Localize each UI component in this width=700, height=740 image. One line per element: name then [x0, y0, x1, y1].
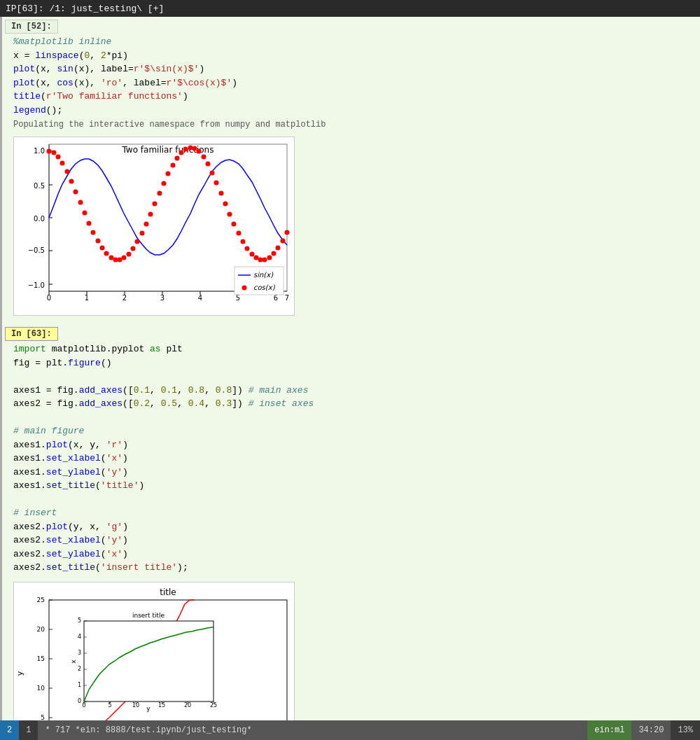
svg-point-66	[206, 162, 211, 167]
svg-point-49	[131, 246, 136, 251]
svg-text:sin(x): sin(x)	[253, 271, 274, 279]
status-label-6: 13%	[678, 725, 693, 735]
svg-point-35	[69, 179, 74, 184]
svg-point-77	[254, 256, 259, 260]
cell-code-52[interactable]: %matplotlib inline x = linspace(0, 2*pi)…	[2, 34, 700, 118]
svg-text:4: 4	[78, 634, 81, 640]
svg-point-30	[47, 149, 52, 154]
svg-point-46	[118, 258, 122, 263]
svg-point-76	[250, 252, 255, 257]
svg-text:3: 3	[78, 650, 81, 656]
svg-point-52	[144, 222, 149, 227]
svg-point-43	[104, 251, 109, 256]
svg-point-88	[242, 286, 247, 291]
svg-text:−0.5: −0.5	[28, 246, 45, 254]
svg-point-70	[223, 202, 228, 207]
svg-point-36	[74, 190, 78, 195]
svg-point-44	[109, 256, 114, 260]
svg-point-73	[237, 231, 241, 236]
plot2-svg: title y x 0 5 10 15 20 25	[14, 582, 294, 721]
svg-point-65	[202, 155, 206, 160]
status-label-1: 2	[7, 725, 12, 735]
plot2-main-title: title	[160, 587, 176, 597]
status-segment-2[interactable]: 1	[19, 720, 38, 740]
svg-point-63	[192, 146, 197, 151]
status-segment-6: 13%	[671, 720, 700, 740]
status-label-5: 34:20	[638, 725, 664, 735]
status-segment-4: ein:ml	[587, 720, 631, 740]
svg-text:25: 25	[37, 596, 45, 603]
svg-point-31	[52, 151, 57, 155]
svg-rect-116	[84, 621, 214, 701]
svg-point-82	[276, 246, 281, 251]
title-text: IP[63]: /1: just_testing\ [+]	[6, 4, 164, 14]
svg-point-53	[148, 212, 153, 217]
svg-point-50	[135, 239, 140, 244]
svg-point-47	[122, 256, 127, 260]
svg-point-61	[183, 147, 188, 152]
svg-text:0.5: 0.5	[34, 182, 45, 190]
plot1-container: Two familiar functions 1.0 0.5 0.0 −0.5 …	[13, 137, 295, 316]
svg-point-37	[78, 200, 83, 205]
svg-point-55	[158, 191, 162, 196]
svg-point-74	[241, 239, 246, 244]
svg-text:−1.0: −1.0	[28, 281, 45, 289]
cell-prompt-63[interactable]: In [63]:	[5, 327, 58, 341]
svg-text:0: 0	[78, 698, 81, 704]
svg-text:20: 20	[37, 626, 46, 633]
svg-point-45	[113, 258, 118, 263]
svg-point-75	[245, 246, 250, 251]
svg-point-51	[140, 231, 145, 236]
svg-text:2: 2	[122, 294, 127, 302]
svg-text:5: 5	[41, 714, 45, 721]
svg-point-34	[65, 169, 70, 174]
svg-text:cos(x): cos(x)	[253, 284, 276, 291]
svg-point-79	[262, 258, 267, 263]
svg-point-39	[87, 221, 92, 226]
cell-52: In [52]: %matplotlib inline x = linspace…	[0, 17, 700, 324]
svg-point-83	[281, 239, 286, 244]
status-label-4: ein:ml	[594, 725, 624, 735]
svg-point-69	[219, 191, 224, 196]
plot2-container: title y x 0 5 10 15 20 25	[13, 582, 295, 721]
svg-text:1.0: 1.0	[34, 147, 45, 155]
plot2-inset-ylabel: x	[70, 659, 77, 663]
cell-prompt-52[interactable]: In [52]:	[5, 20, 58, 34]
svg-point-42	[100, 246, 105, 251]
svg-point-41	[96, 239, 101, 244]
svg-text:3: 3	[160, 294, 164, 302]
svg-point-60	[179, 151, 184, 155]
svg-text:10: 10	[37, 685, 46, 692]
status-label-2: 1	[26, 725, 31, 735]
svg-text:5: 5	[78, 617, 81, 624]
svg-point-59	[175, 156, 180, 161]
cell-code-63[interactable]: import matplotlib.pyplot as plt fig = pl…	[2, 341, 700, 576]
svg-text:4: 4	[198, 294, 202, 302]
plot2-ylabel: y	[15, 671, 24, 676]
svg-point-40	[91, 230, 96, 235]
svg-text:1: 1	[85, 294, 89, 302]
svg-point-68	[214, 181, 219, 186]
svg-point-48	[127, 252, 132, 257]
svg-point-81	[272, 251, 276, 256]
cell-output-52: Populating the interactive namespace fro…	[2, 118, 700, 131]
svg-point-78	[258, 258, 263, 263]
svg-point-33	[60, 161, 65, 166]
title-bar: IP[63]: /1: just_testing\ [+]	[0, 0, 700, 17]
status-label-3: * 717 *ein: 8888/test.ipynb/just_testing…	[45, 725, 251, 735]
svg-text:2: 2	[78, 666, 81, 672]
svg-text:1: 1	[78, 682, 81, 688]
cell-63: In [63]: import matplotlib.pyplot as plt…	[0, 324, 700, 720]
svg-text:0.0: 0.0	[34, 215, 45, 223]
plot2-inset-xlabel: y	[146, 705, 150, 712]
svg-point-67	[210, 171, 215, 176]
status-segment-1[interactable]: 2	[0, 720, 19, 740]
svg-point-72	[232, 222, 237, 227]
status-segment-3: * 717 *ein: 8888/test.ipynb/just_testing…	[38, 720, 587, 740]
svg-point-38	[83, 211, 88, 216]
svg-text:5: 5	[236, 294, 240, 302]
status-bar: 2 1 * 717 *ein: 8888/test.ipynb/just_tes…	[0, 720, 700, 740]
svg-point-84	[285, 230, 290, 235]
svg-point-57	[166, 172, 171, 176]
svg-text:15: 15	[37, 655, 45, 662]
